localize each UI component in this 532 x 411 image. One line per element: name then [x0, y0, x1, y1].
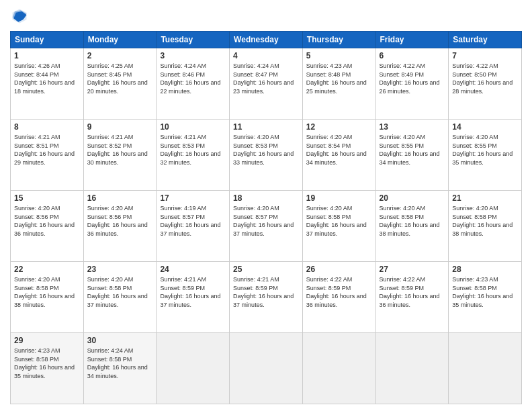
logo: [10, 7, 32, 26]
calendar-cell: 8Sunrise: 4:21 AMSunset: 8:51 PMDaylight…: [11, 120, 84, 191]
calendar-cell: 2Sunrise: 4:25 AMSunset: 8:45 PMDaylight…: [83, 48, 157, 120]
day-info: Sunrise: 4:23 AMSunset: 8:58 PMDaylight:…: [452, 275, 518, 309]
day-number: 3: [160, 51, 226, 60]
day-number: 5: [306, 51, 372, 60]
calendar-cell: 25Sunrise: 4:21 AMSunset: 8:59 PMDayligh…: [230, 262, 303, 333]
calendar-cell: 6Sunrise: 4:22 AMSunset: 8:49 PMDaylight…: [375, 48, 449, 120]
day-number: 2: [87, 51, 153, 60]
day-info: Sunrise: 4:20 AMSunset: 8:56 PMDaylight:…: [14, 204, 80, 238]
calendar-cell: 28Sunrise: 4:23 AMSunset: 8:58 PMDayligh…: [449, 262, 522, 333]
day-info: Sunrise: 4:21 AMSunset: 8:52 PMDaylight:…: [87, 133, 153, 167]
calendar-cell: 1Sunrise: 4:26 AMSunset: 8:44 PMDaylight…: [11, 48, 84, 120]
day-number: 9: [87, 122, 153, 132]
day-info: Sunrise: 4:20 AMSunset: 8:56 PMDaylight:…: [87, 204, 153, 238]
day-number: 20: [380, 193, 445, 203]
calendar-cell: 29Sunrise: 4:23 AMSunset: 8:58 PMDayligh…: [11, 333, 84, 404]
day-info: Sunrise: 4:20 AMSunset: 8:58 PMDaylight:…: [306, 204, 372, 238]
calendar-cell: 23Sunrise: 4:20 AMSunset: 8:58 PMDayligh…: [83, 262, 157, 333]
day-info: Sunrise: 4:20 AMSunset: 8:58 PMDaylight:…: [14, 275, 80, 309]
weekday-header-monday: Monday: [83, 32, 157, 48]
calendar-cell: 26Sunrise: 4:22 AMSunset: 8:59 PMDayligh…: [302, 262, 375, 333]
day-info: Sunrise: 4:21 AMSunset: 8:51 PMDaylight:…: [14, 133, 80, 167]
calendar-cell: 5Sunrise: 4:23 AMSunset: 8:48 PMDaylight…: [302, 48, 375, 120]
day-number: 30: [87, 336, 153, 345]
calendar-cell: 22Sunrise: 4:20 AMSunset: 8:58 PMDayligh…: [11, 262, 84, 333]
logo-icon: [10, 7, 29, 26]
day-number: 23: [87, 265, 153, 274]
calendar-cell: 3Sunrise: 4:24 AMSunset: 8:46 PMDaylight…: [157, 48, 230, 120]
calendar-cell: [449, 333, 522, 404]
day-number: 16: [87, 193, 153, 203]
day-number: 14: [452, 122, 518, 132]
calendar-cell: [230, 333, 303, 404]
calendar-table: SundayMondayTuesdayWednesdayThursdayFrid…: [10, 31, 522, 404]
day-info: Sunrise: 4:22 AMSunset: 8:49 PMDaylight:…: [380, 62, 445, 95]
header: [10, 7, 522, 26]
calendar-cell: 15Sunrise: 4:20 AMSunset: 8:56 PMDayligh…: [11, 191, 84, 262]
day-number: 28: [452, 265, 518, 274]
day-number: 13: [380, 122, 445, 132]
day-number: 8: [14, 122, 80, 132]
calendar-cell: 7Sunrise: 4:22 AMSunset: 8:50 PMDaylight…: [449, 48, 522, 120]
day-number: 7: [452, 51, 518, 60]
weekday-header-sunday: Sunday: [11, 32, 84, 48]
day-info: Sunrise: 4:23 AMSunset: 8:58 PMDaylight:…: [14, 347, 80, 380]
day-info: Sunrise: 4:20 AMSunset: 8:58 PMDaylight:…: [452, 204, 518, 238]
calendar-cell: 12Sunrise: 4:20 AMSunset: 8:54 PMDayligh…: [302, 120, 375, 191]
day-number: 19: [306, 193, 372, 203]
calendar-cell: 18Sunrise: 4:20 AMSunset: 8:57 PMDayligh…: [230, 191, 303, 262]
day-number: 29: [14, 336, 80, 345]
calendar-cell: [375, 333, 449, 404]
day-number: 1: [14, 51, 80, 60]
day-number: 17: [160, 193, 226, 203]
calendar-cell: 19Sunrise: 4:20 AMSunset: 8:58 PMDayligh…: [302, 191, 375, 262]
day-info: Sunrise: 4:20 AMSunset: 8:55 PMDaylight:…: [380, 133, 445, 167]
day-info: Sunrise: 4:24 AMSunset: 8:46 PMDaylight:…: [160, 62, 226, 95]
day-info: Sunrise: 4:20 AMSunset: 8:58 PMDaylight:…: [380, 204, 445, 238]
day-number: 27: [380, 265, 445, 274]
day-info: Sunrise: 4:22 AMSunset: 8:59 PMDaylight:…: [380, 275, 445, 309]
page: SundayMondayTuesdayWednesdayThursdayFrid…: [0, 0, 532, 411]
calendar-cell: 27Sunrise: 4:22 AMSunset: 8:59 PMDayligh…: [375, 262, 449, 333]
weekday-header-friday: Friday: [375, 32, 449, 48]
weekday-header-saturday: Saturday: [449, 32, 522, 48]
weekday-header-row: SundayMondayTuesdayWednesdayThursdayFrid…: [11, 32, 522, 48]
calendar-cell: 9Sunrise: 4:21 AMSunset: 8:52 PMDaylight…: [83, 120, 157, 191]
day-number: 24: [160, 265, 226, 274]
calendar-week-2: 8Sunrise: 4:21 AMSunset: 8:51 PMDaylight…: [11, 120, 522, 191]
calendar-week-4: 22Sunrise: 4:20 AMSunset: 8:58 PMDayligh…: [11, 262, 522, 333]
day-info: Sunrise: 4:20 AMSunset: 8:54 PMDaylight:…: [306, 133, 372, 167]
day-number: 18: [233, 193, 299, 203]
day-info: Sunrise: 4:24 AMSunset: 8:47 PMDaylight:…: [233, 62, 299, 95]
day-info: Sunrise: 4:20 AMSunset: 8:57 PMDaylight:…: [233, 204, 299, 238]
day-number: 10: [160, 122, 226, 132]
day-info: Sunrise: 4:21 AMSunset: 8:53 PMDaylight:…: [160, 133, 226, 167]
day-info: Sunrise: 4:20 AMSunset: 8:55 PMDaylight:…: [452, 133, 518, 167]
day-number: 22: [14, 265, 80, 274]
day-info: Sunrise: 4:21 AMSunset: 8:59 PMDaylight:…: [160, 275, 226, 309]
day-info: Sunrise: 4:20 AMSunset: 8:53 PMDaylight:…: [233, 133, 299, 167]
day-info: Sunrise: 4:21 AMSunset: 8:59 PMDaylight:…: [233, 275, 299, 309]
day-number: 12: [306, 122, 372, 132]
calendar-cell: 20Sunrise: 4:20 AMSunset: 8:58 PMDayligh…: [375, 191, 449, 262]
calendar-cell: 30Sunrise: 4:24 AMSunset: 8:58 PMDayligh…: [83, 333, 157, 404]
weekday-header-tuesday: Tuesday: [157, 32, 230, 48]
day-number: 4: [233, 51, 299, 60]
calendar-cell: 16Sunrise: 4:20 AMSunset: 8:56 PMDayligh…: [83, 191, 157, 262]
day-info: Sunrise: 4:24 AMSunset: 8:58 PMDaylight:…: [87, 347, 153, 380]
calendar-cell: 4Sunrise: 4:24 AMSunset: 8:47 PMDaylight…: [230, 48, 303, 120]
day-number: 26: [306, 265, 372, 274]
calendar-cell: [157, 333, 230, 404]
day-info: Sunrise: 4:23 AMSunset: 8:48 PMDaylight:…: [306, 62, 372, 95]
calendar-week-3: 15Sunrise: 4:20 AMSunset: 8:56 PMDayligh…: [11, 191, 522, 262]
calendar-cell: 21Sunrise: 4:20 AMSunset: 8:58 PMDayligh…: [449, 191, 522, 262]
calendar-cell: 14Sunrise: 4:20 AMSunset: 8:55 PMDayligh…: [449, 120, 522, 191]
day-number: 6: [380, 51, 445, 60]
weekday-header-thursday: Thursday: [302, 32, 375, 48]
calendar-week-5: 29Sunrise: 4:23 AMSunset: 8:58 PMDayligh…: [11, 333, 522, 404]
day-number: 25: [233, 265, 299, 274]
calendar-cell: 17Sunrise: 4:19 AMSunset: 8:57 PMDayligh…: [157, 191, 230, 262]
day-info: Sunrise: 4:26 AMSunset: 8:44 PMDaylight:…: [14, 62, 80, 95]
day-info: Sunrise: 4:20 AMSunset: 8:58 PMDaylight:…: [87, 275, 153, 309]
calendar-week-1: 1Sunrise: 4:26 AMSunset: 8:44 PMDaylight…: [11, 48, 522, 120]
